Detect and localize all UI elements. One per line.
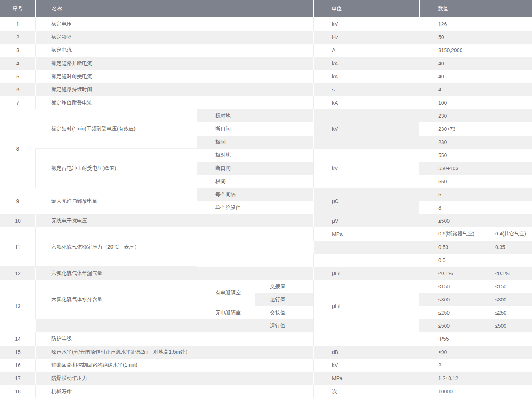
chamber-type-cell: 有电弧隔室 — [197, 280, 255, 306]
spec-table-page: 序号名称单位数值 1额定电压kV1262额定频率Hz503额定电流A3150,2… — [0, 0, 532, 398]
secondary-value-cell: ≤500 — [485, 319, 532, 332]
sub-item-cell — [197, 31, 313, 44]
row-index-cell: 16 — [0, 359, 35, 372]
unit-cell: kV — [313, 149, 419, 188]
table-row: 4额定短路开断电流kA40 — [0, 57, 532, 70]
table-row: 额定雷电冲击耐受电压(峰值)极对地kV550 — [0, 149, 532, 162]
unit-cell: A — [313, 44, 419, 57]
value-cell: 0.53 — [419, 241, 485, 254]
value-cell: 550 — [419, 149, 532, 162]
value-cell: ≤90 — [419, 346, 532, 359]
sub-item-cell: 极间 — [197, 136, 313, 149]
unit-cell — [313, 332, 419, 346]
spec-name-cell: 无线电干扰电压 — [35, 214, 197, 227]
table-row: 3额定电流A3150,2000 — [0, 44, 532, 57]
value-cell: 5 — [419, 188, 532, 201]
row-index-cell: 5 — [0, 70, 35, 83]
value-cell: ≤300 — [419, 293, 485, 306]
row-index-cell: 12 — [0, 267, 35, 280]
spec-name-cell: 噪声水平(分/合闸操作时距声源水平距离2m、对地高1.5m处） — [35, 346, 197, 359]
sub-item-cell — [197, 346, 313, 359]
table-row: 18机械寿命次10000 — [0, 385, 532, 398]
sub-item-cell — [197, 214, 313, 227]
value-cell: 0.6(断路器气室) — [419, 227, 485, 241]
value-cell: 126 — [419, 17, 532, 31]
unit-cell: kA — [313, 70, 419, 83]
table-row: 1额定电压kV126 — [0, 17, 532, 31]
measure-stage-cell: 运行值 — [255, 319, 313, 332]
row-index-cell: 14 — [0, 332, 35, 346]
table-row: 16辅助回路和控制回路的绝缘水平(1min)kV2 — [0, 359, 532, 372]
unit-cell: kV — [313, 17, 419, 31]
header-row: 序号名称单位数值 — [0, 0, 532, 17]
sub-item-cell — [197, 359, 313, 372]
value-cell: 100 — [419, 96, 532, 109]
table-row: 11六氟化硫气体额定压力（20℃、表压）MPa0.6(断路器气室)0.4(其它气… — [0, 227, 532, 241]
value-cell: ≤150 — [419, 280, 485, 293]
value-cell: IP55 — [419, 332, 532, 346]
value-cell: 550+103 — [419, 162, 532, 175]
spec-table-header: 序号名称单位数值 — [0, 0, 532, 17]
measure-stage-cell: 交接值 — [255, 306, 313, 319]
unit-cell: μV — [313, 214, 419, 227]
spec-name-cell: 额定雷电冲击耐受电压(峰值) — [35, 149, 197, 188]
spec-name-cell: 额定短路持续时间 — [35, 83, 197, 96]
chamber-type-cell: 无电弧隔室 — [197, 306, 255, 319]
unit-cell: kA — [313, 96, 419, 109]
sub-item-cell: 每个间隔 — [197, 188, 313, 201]
sub-item-cell — [197, 96, 313, 109]
sub-item-cell — [197, 57, 313, 70]
sub-item-cell — [197, 70, 313, 83]
sub-item-cell — [197, 372, 313, 385]
value-cell: ≤250 — [419, 306, 485, 319]
row-index-cell: 1 — [0, 17, 35, 31]
secondary-value-cell: ≤150 — [485, 280, 532, 293]
table-row: 9最大允许局部放电量每个间隔pC5 — [0, 188, 532, 201]
spec-name-cell: 六氟化硫气体水分含量 — [35, 280, 197, 319]
sub-item-cell — [197, 83, 313, 96]
value-cell: ≤0.1% — [419, 267, 485, 280]
spec-name-cell: 防护等级 — [35, 332, 197, 346]
table-row: 6额定短路持续时间s4 — [0, 83, 532, 96]
unit-cell: MPa — [313, 372, 419, 385]
spec-name-cell: 最大允许局部放电量 — [35, 188, 197, 214]
table-row: 12六氟化硫气体年漏气量μL/L≤0.1%≤0.1% — [0, 267, 532, 280]
table-row: 17防爆膜动作压力MPa1.2±0.12 — [0, 372, 532, 385]
value-cell: 3 — [419, 201, 532, 214]
sub-item-cell — [197, 44, 313, 57]
unit-cell: 次 — [313, 385, 419, 398]
unit-cell: Hz — [313, 31, 419, 44]
spec-name-cell: 额定峰值耐受电流 — [35, 96, 197, 109]
header-index-cell: 序号 — [0, 0, 35, 17]
row-index-cell: 9 — [0, 188, 35, 214]
secondary-value-cell: 0.35 — [485, 241, 532, 254]
sub-item-cell: 极对地 — [197, 109, 313, 122]
secondary-value-cell: 0.4(其它气室) — [485, 227, 532, 241]
row-index-cell: 4 — [0, 57, 35, 70]
sub-item-cell — [197, 17, 313, 31]
measure-stage-cell: 运行值 — [255, 293, 313, 306]
value-cell: 230+73 — [419, 122, 532, 136]
row-index-cell: 17 — [0, 372, 35, 385]
value-cell: 230 — [419, 136, 532, 149]
value-cell: ≤500 — [419, 214, 532, 227]
header-value-cell: 数值 — [419, 0, 532, 17]
sub-item-cell — [197, 385, 313, 398]
spec-name-cell: 机械寿命 — [35, 385, 197, 398]
sub-item-cell — [197, 332, 313, 346]
value-cell: 3150,2000 — [419, 44, 532, 57]
secondary-value-cell — [485, 254, 532, 267]
row-index-cell: 10 — [0, 214, 35, 227]
secondary-value-cell: ≤0.1% — [485, 267, 532, 280]
sub-item-cell — [197, 267, 313, 280]
measure-stage-cell: 交接值 — [255, 280, 313, 293]
spec-name-cell: 辅助回路和控制回路的绝缘水平(1min) — [35, 359, 197, 372]
value-cell: 1.2±0.12 — [419, 372, 532, 385]
row-index-cell: 2 — [0, 31, 35, 44]
secondary-value-cell: ≤250 — [485, 306, 532, 319]
spec-name-cell: 额定电流 — [35, 44, 197, 57]
unit-cell: kV — [313, 359, 419, 372]
sub-item-cell — [197, 227, 313, 267]
value-cell: 0.5 — [419, 254, 485, 267]
unit-cell: μL/L — [313, 280, 419, 332]
